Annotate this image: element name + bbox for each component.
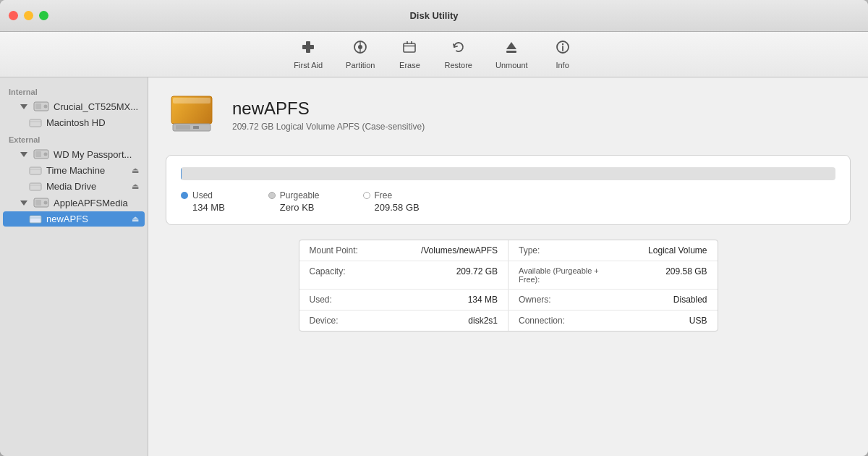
sidebar-label-newapfs: newAPFS: [46, 214, 88, 224]
used-info-value: 134 MB: [404, 290, 508, 310]
sidebar-item-crucial[interactable]: Crucial_CT525MX...: [3, 98, 145, 114]
window-controls: [9, 11, 48, 20]
volume-icon: [29, 166, 42, 176]
info-row-2: Capacity: 209.72 GB Available (Purgeable…: [299, 261, 718, 290]
unmount-button[interactable]: Unmount: [485, 36, 538, 72]
restore-label: Restore: [444, 61, 472, 69]
used-label: Used: [192, 190, 213, 200]
svg-rect-5: [404, 43, 415, 52]
restore-icon: [451, 39, 467, 59]
sidebar-item-wd-passport[interactable]: WD My Passport...: [3, 146, 145, 162]
info-row-1: Mount Point: /Volumes/newAPFS Type: Logi…: [299, 240, 718, 261]
svg-rect-27: [35, 200, 41, 206]
svg-rect-10: [506, 51, 516, 53]
drive-info: newAPFS 209.72 GB Logical Volume APFS (C…: [232, 98, 425, 132]
sidebar-label-time-machine: Time Machine: [46, 165, 105, 176]
chevron-down-icon: [20, 104, 27, 109]
hdd-icon: [33, 197, 49, 208]
sidebar-item-macintosh[interactable]: Macintosh HD: [3, 115, 145, 130]
maximize-button[interactable]: [39, 11, 48, 20]
capacity-label: Capacity:: [299, 261, 404, 289]
sidebar-item-newapfs[interactable]: newAPFS ⏏: [3, 211, 145, 227]
svg-rect-22: [30, 167, 41, 174]
purgeable-dot: [268, 192, 276, 199]
erase-button[interactable]: Erase: [388, 36, 431, 72]
info-row-4: Device: disk2s1 Connection: USB: [299, 311, 718, 331]
device-value: disk2s1: [404, 311, 508, 331]
eject-icon[interactable]: ⏏: [132, 214, 139, 224]
storage-bar: [181, 167, 835, 180]
capacity-value: 209.72 GB: [404, 261, 508, 289]
eject-icon[interactable]: ⏏: [132, 182, 139, 191]
svg-rect-36: [193, 126, 199, 129]
content-area: newAPFS 209.72 GB Logical Volume APFS (C…: [148, 77, 868, 456]
svg-point-13: [561, 43, 563, 45]
drive-header: newAPFS 209.72 GB Logical Volume APFS (C…: [166, 92, 851, 138]
svg-rect-1: [302, 45, 314, 49]
connection-value: USB: [613, 311, 717, 331]
svg-rect-33: [173, 98, 210, 104]
partition-label: Partition: [346, 61, 375, 69]
chevron-down-icon: [20, 152, 27, 157]
close-button[interactable]: [9, 11, 18, 20]
storage-labels: Used 134 MB Purgeable Zero KB: [181, 190, 835, 213]
svg-point-21: [44, 153, 48, 156]
app-window: Disk Utility First Aid Partition: [0, 0, 868, 456]
svg-rect-35: [176, 125, 190, 130]
unmount-label: Unmount: [495, 61, 528, 69]
used-info-label: Used:: [299, 290, 404, 310]
owners-label: Owners:: [509, 290, 613, 310]
mount-point-label: Mount Point:: [299, 240, 404, 261]
svg-rect-15: [35, 104, 41, 109]
first-aid-button[interactable]: First Aid: [284, 36, 333, 72]
sidebar-label-wd: WD My Passport...: [54, 149, 132, 160]
device-label: Device:: [299, 311, 404, 331]
eject-icon[interactable]: ⏏: [132, 166, 139, 175]
sidebar-item-media-drive[interactable]: Media Drive ⏏: [3, 179, 145, 194]
sidebar-section-internal: Internal: [0, 83, 148, 98]
info-icon: [555, 39, 571, 59]
storage-purgeable: Purgeable Zero KB: [268, 190, 320, 213]
sidebar: Internal Crucial_CT525MX... Macintosh HD…: [0, 77, 148, 456]
volume-icon: [29, 182, 42, 192]
storage-section: Used 134 MB Purgeable Zero KB: [166, 155, 851, 225]
info-row-3: Used: 134 MB Owners: Disabled: [299, 290, 718, 311]
info-button[interactable]: Info: [541, 36, 584, 72]
sidebar-label-appleapfs: AppleAPFSMedia: [54, 198, 128, 208]
storage-bar-used: [181, 167, 182, 180]
used-dot: [181, 192, 188, 199]
window-title: Disk Utility: [409, 10, 458, 21]
sidebar-section-external: External: [0, 131, 148, 145]
owners-value: Disabled: [613, 290, 717, 310]
unmount-icon: [503, 39, 519, 59]
svg-point-28: [44, 201, 48, 205]
first-aid-icon: [300, 39, 316, 59]
svg-rect-24: [30, 183, 41, 190]
free-dot: [363, 192, 370, 199]
type-value: Logical Volume: [613, 240, 717, 261]
sidebar-item-appleapfsmedia[interactable]: AppleAPFSMedia: [3, 195, 145, 211]
titlebar: Disk Utility: [0, 0, 868, 32]
first-aid-label: First Aid: [294, 61, 323, 69]
mount-point-value: /Volumes/newAPFS: [404, 240, 508, 261]
available-label: Available (Purgeable + Free):: [509, 261, 613, 289]
sidebar-label-media-drive: Media Drive: [46, 181, 96, 192]
sidebar-item-time-machine[interactable]: Time Machine ⏏: [3, 163, 145, 178]
storage-used: Used 134 MB: [181, 190, 225, 213]
partition-button[interactable]: Partition: [336, 36, 385, 72]
purgeable-label: Purgeable: [280, 190, 320, 200]
erase-icon: [401, 39, 417, 59]
available-value: 209.58 GB: [613, 261, 717, 289]
toolbar: First Aid Partition Erase: [0, 32, 868, 77]
volume-icon: [29, 118, 42, 128]
type-label: Type:: [509, 240, 613, 261]
hdd-icon: [33, 148, 49, 160]
drive-name: newAPFS: [232, 98, 425, 119]
drive-description: 209.72 GB Logical Volume APFS (Case-sens…: [232, 122, 425, 132]
minimize-button[interactable]: [24, 11, 33, 20]
sidebar-label-macintosh: Macintosh HD: [46, 117, 106, 128]
restore-button[interactable]: Restore: [434, 36, 482, 72]
chevron-down-icon: [20, 200, 27, 206]
erase-label: Erase: [399, 61, 420, 69]
hdd-icon: [33, 101, 49, 112]
